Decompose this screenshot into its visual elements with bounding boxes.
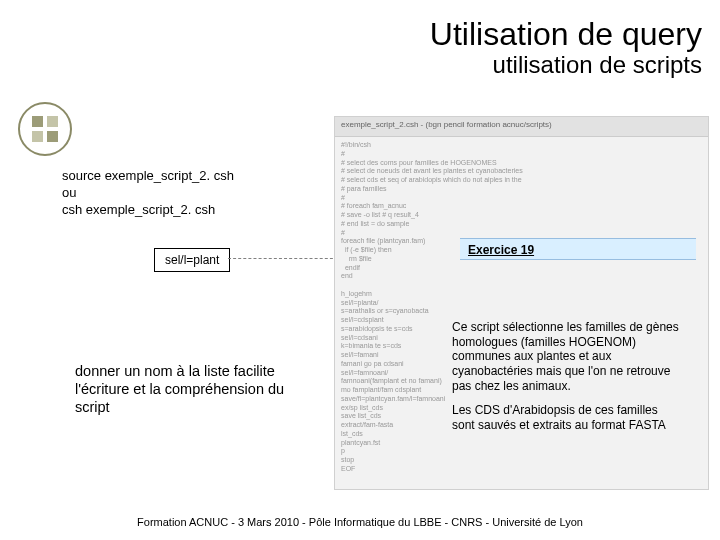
footer-text: Formation ACNUC - 3 Mars 2010 - Pôle Inf… xyxy=(0,516,720,528)
command-line-3: csh exemple_script_2. csh xyxy=(62,202,234,219)
note-text: donner un nom à la liste facilite l'écri… xyxy=(75,362,305,416)
editor-titlebar: exemple_script_2.csh - (bgn pencil forma… xyxy=(335,117,708,137)
description-block: Ce script sélectionne les familles de gè… xyxy=(452,320,682,442)
title-block: Utilisation de query utilisation de scri… xyxy=(430,18,702,78)
svg-rect-2 xyxy=(47,116,58,127)
exercise-label: Exercice 19 xyxy=(468,243,534,257)
connector-line xyxy=(228,258,338,260)
command-line-1: source exemple_script_2. csh xyxy=(62,168,234,185)
description-p2: Les CDS d'Arabidopsis de ces familles so… xyxy=(452,403,682,432)
sel-label-box: sel/l=plant xyxy=(154,248,230,272)
description-p1: Ce script sélectionne les familles de gè… xyxy=(452,320,682,393)
command-block: source exemple_script_2. csh ou csh exem… xyxy=(62,168,234,219)
logo-icon xyxy=(18,102,72,160)
exercise-callout: Exercice 19 xyxy=(460,238,696,260)
svg-rect-4 xyxy=(47,131,58,142)
svg-rect-1 xyxy=(32,116,43,127)
svg-point-0 xyxy=(19,103,71,155)
page-title: Utilisation de query xyxy=(430,18,702,52)
sel-label-text: sel/l=plant xyxy=(165,253,219,267)
command-line-2: ou xyxy=(62,185,234,202)
svg-rect-3 xyxy=(32,131,43,142)
page-subtitle: utilisation de scripts xyxy=(430,52,702,78)
